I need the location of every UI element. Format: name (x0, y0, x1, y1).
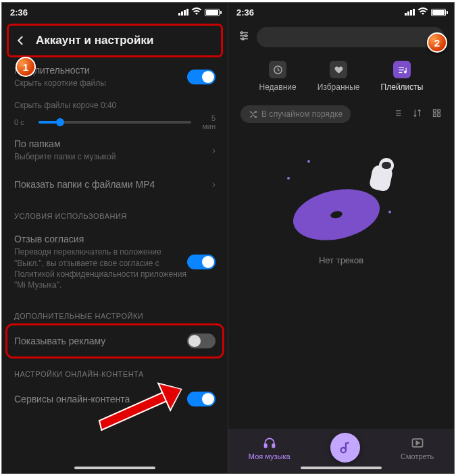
home-indicator[interactable] (301, 467, 382, 469)
slider-min: 0 с (14, 118, 33, 126)
settings-header: Аккаунт и настройки (7, 24, 222, 57)
list-icon[interactable] (392, 108, 403, 120)
heart-icon (330, 61, 347, 78)
ads-toggle[interactable] (187, 334, 216, 348)
annotation-badge-1: 1 (16, 57, 36, 77)
filter-icon[interactable] (238, 30, 250, 45)
battery-icon (431, 9, 446, 16)
duration-toggle[interactable] (187, 70, 216, 84)
grid-icon[interactable] (432, 108, 442, 120)
clock-icon (269, 61, 286, 78)
svg-rect-5 (434, 110, 436, 113)
svg-point-1 (245, 35, 247, 37)
setting-title: По длительности (14, 65, 187, 76)
ads-row[interactable]: Показывать рекламу (7, 325, 222, 356)
chevron-right-icon: › (212, 144, 216, 157)
status-bar: 2:36 (228, 3, 454, 22)
svg-point-2 (242, 38, 244, 40)
consent-row[interactable]: Отзыв согласия Переводя переключатель в … (14, 226, 216, 298)
shuffle-button[interactable]: В случайном порядке (240, 105, 351, 123)
home-indicator[interactable] (74, 467, 155, 469)
clock: 2:36 (10, 7, 28, 18)
annotation-badge-2: 2 (427, 32, 447, 53)
svg-point-0 (241, 32, 243, 34)
empty-label: Нет треков (319, 255, 363, 265)
clock: 2:36 (236, 7, 254, 18)
nav-watch[interactable]: Смотреть (401, 435, 434, 460)
tab-playlists[interactable]: Плейлисты (381, 61, 424, 92)
wifi-icon (417, 7, 428, 18)
empty-state: Нет треков (228, 130, 454, 265)
battery-icon (205, 9, 220, 16)
status-bar: 2:36 (2, 3, 228, 22)
folders-row[interactable]: По папкам Выберите папки с музыкой › (14, 130, 216, 170)
duration-row[interactable]: По длительности Скрыть короткие файлы (14, 57, 216, 97)
wifi-icon (191, 7, 202, 18)
tab-favorites[interactable]: Избранные (318, 61, 360, 92)
svg-rect-8 (438, 114, 440, 117)
slider-label: Скрыть файлы короче 0:40 (14, 101, 216, 110)
section-header-terms: УСЛОВИЯ ИСПОЛЬЗОВАНИЯ (14, 199, 216, 226)
setting-subtitle: Скрыть короткие файлы (14, 78, 187, 88)
svg-rect-9 (264, 444, 266, 447)
playlist-icon (393, 61, 411, 78)
tab-recent[interactable]: Недавние (259, 61, 297, 92)
video-icon (410, 435, 425, 450)
astronaut-icon (361, 157, 402, 197)
back-button[interactable] (13, 32, 29, 49)
mp4-row[interactable]: Показать папки с файлами MP4 › (14, 170, 216, 199)
signal-icon (405, 9, 415, 16)
svg-rect-7 (434, 114, 436, 117)
consent-toggle[interactable] (187, 255, 216, 269)
online-toggle[interactable] (187, 392, 216, 406)
chevron-right-icon: › (212, 178, 216, 190)
header-title: Аккаунт и настройки (36, 34, 153, 47)
section-header-extra: ДОПОЛНИТЕЛЬНЫЕ НАСТРОЙКИ (14, 298, 216, 325)
play-fab[interactable] (330, 433, 360, 462)
signal-icon (178, 9, 188, 16)
svg-rect-6 (438, 110, 440, 113)
section-header-online: НАСТРОЙКИ ОНЛАЙН-КОНТЕНТА (14, 356, 216, 384)
headphones-icon (262, 435, 277, 450)
search-input[interactable] (257, 27, 445, 47)
sort-icon[interactable] (412, 108, 422, 120)
nav-my-music[interactable]: Моя музыка (249, 435, 290, 460)
duration-slider[interactable] (39, 121, 191, 124)
left-phone: 2:36 Аккаунт и настройки По длительности… (2, 3, 228, 473)
slider-max: 5 мин (197, 114, 216, 130)
shuffle-icon (249, 110, 257, 119)
right-phone: 2:36 Недавние Избранные (228, 3, 454, 473)
svg-rect-10 (272, 444, 274, 447)
